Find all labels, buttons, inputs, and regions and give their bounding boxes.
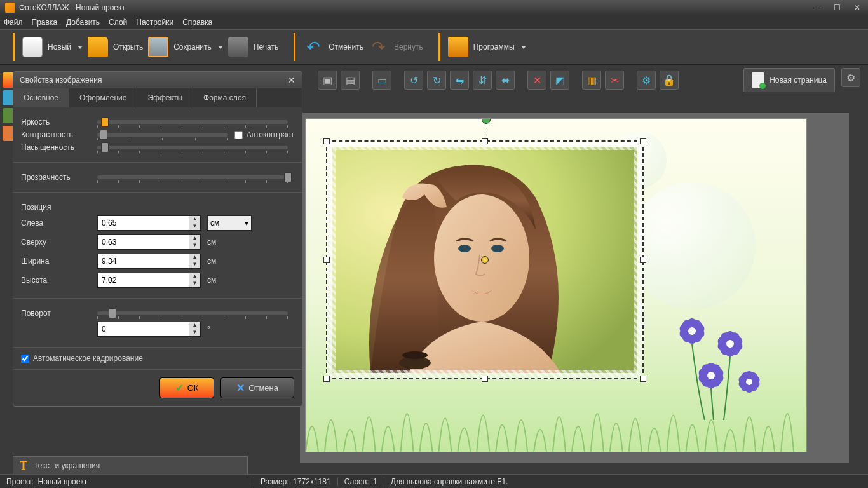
status-layers-value: 1	[373, 477, 377, 486]
top-input[interactable]: ▲▼	[97, 234, 201, 250]
page-settings-icon[interactable]: ⚙	[841, 68, 860, 87]
text-icon: T	[20, 459, 27, 473]
flip-v-icon[interactable]: ⇵	[473, 71, 492, 90]
contrast-label: Контрастность	[21, 130, 97, 139]
dialog-title-text: Свойства изображения	[20, 76, 102, 85]
delete-icon[interactable]: ✕	[527, 71, 546, 90]
contrast-slider[interactable]	[97, 133, 228, 137]
undo-button[interactable]: ↶ Отменить	[303, 37, 363, 57]
resize-handle-nw[interactable]	[323, 138, 330, 144]
check-icon: ✔	[175, 382, 184, 394]
resize-handle-se[interactable]	[640, 376, 646, 382]
rotate-right-icon[interactable]: ↻	[427, 71, 446, 90]
svg-point-11	[726, 340, 734, 348]
minimize-button[interactable]: ─	[811, 3, 822, 12]
tab-design[interactable]: Оформление	[69, 88, 137, 107]
layer-front-icon[interactable]: ▤	[341, 71, 360, 90]
panel-opacity: Прозрачность	[13, 163, 302, 193]
resize-handle-sw[interactable]	[323, 376, 330, 382]
text-and-decorations-button[interactable]: T Текст и украшения	[13, 456, 248, 475]
crop-icon[interactable]: ◩	[550, 71, 569, 90]
saturation-slider[interactable]	[97, 146, 288, 149]
opacity-label: Прозрачность	[21, 173, 97, 182]
tab-main[interactable]: Основное	[13, 88, 69, 107]
app-title: ФотоКОЛЛАЖ - Новый проект	[19, 3, 125, 12]
chevron-down-icon	[218, 46, 223, 49]
close-button[interactable]: ✕	[851, 3, 863, 12]
redo-icon: ↷	[369, 37, 389, 57]
box-icon	[448, 37, 468, 57]
autocrop-checkbox[interactable]: Автоматическое кадрирование	[21, 354, 294, 363]
resize-handle-e[interactable]	[640, 257, 646, 263]
screen-icon[interactable]: ▥	[582, 71, 601, 90]
width-input[interactable]: ▲▼	[97, 254, 201, 269]
brightness-slider[interactable]	[97, 120, 288, 124]
center-handle[interactable]	[481, 256, 489, 264]
canvas-area[interactable]	[300, 113, 849, 463]
close-icon[interactable]: ✕	[288, 75, 295, 85]
tab-effects[interactable]: Эффекты	[137, 88, 193, 107]
rotation-label: Поворот	[21, 309, 97, 318]
status-size-label: Размер:	[261, 477, 289, 486]
unit-select[interactable]: см▾	[207, 215, 252, 231]
svg-point-5	[688, 327, 696, 335]
undo-icon: ↶	[303, 37, 323, 57]
x-icon: ✕	[236, 382, 245, 394]
new-button[interactable]: Новый	[22, 37, 83, 57]
collage-page[interactable]	[305, 118, 807, 452]
programs-button[interactable]: Программы	[448, 37, 526, 57]
resize-handle-n[interactable]	[482, 138, 488, 144]
resize-handle-s[interactable]	[482, 376, 488, 382]
height-input[interactable]: ▲▼	[97, 273, 201, 288]
panel-position: Позиция Слева ▲▼ см▾ Сверху ▲▼ см Ширина…	[13, 193, 302, 299]
ok-button[interactable]: ✔ ОК	[159, 377, 215, 398]
folder-open-icon	[88, 37, 108, 57]
new-page-button[interactable]: Новая страница	[743, 68, 835, 92]
menu-file[interactable]: Файл	[4, 18, 23, 27]
app-icon	[5, 3, 15, 13]
open-button[interactable]: Открыть	[88, 37, 143, 57]
rotate-handle[interactable]	[482, 118, 491, 124]
fit-icon[interactable]: ⬌	[496, 71, 515, 90]
maximize-button[interactable]: ☐	[831, 3, 843, 12]
page-plus-icon	[752, 72, 764, 88]
status-size-value: 1772x1181	[293, 477, 330, 486]
print-button[interactable]: Печать	[228, 37, 278, 57]
opacity-slider[interactable]	[97, 175, 288, 179]
image-properties-dialog: Свойства изображения ✕ Основное Оформлен…	[13, 71, 302, 407]
menu-help[interactable]: Справка	[182, 18, 212, 27]
menu-add[interactable]: Добавить	[66, 18, 100, 27]
menu-edit[interactable]: Правка	[32, 18, 58, 27]
resize-handle-w[interactable]	[323, 257, 330, 263]
dialog-titlebar[interactable]: Свойства изображения ✕	[13, 72, 302, 88]
left-label: Слева	[21, 219, 97, 227]
cut-icon[interactable]: ✂	[605, 71, 624, 90]
flip-h-icon[interactable]: ⇋	[450, 71, 469, 90]
height-label: Высота	[21, 276, 97, 285]
save-button[interactable]: Сохранить	[148, 37, 223, 57]
align-icon[interactable]: ▭	[372, 71, 391, 90]
menu-layer[interactable]: Слой	[109, 18, 127, 27]
dialog-tabs: Основное Оформление Эффекты Форма слоя	[13, 88, 302, 107]
rotate-left-icon[interactable]: ↺	[404, 71, 423, 90]
redo-button[interactable]: ↷ Вернуть	[369, 37, 423, 57]
layer-back-icon[interactable]: ▣	[318, 71, 337, 90]
autocontrast-checkbox[interactable]: Автоконтраст	[234, 130, 294, 139]
status-help-text: Для вызова справки нажмите F1.	[391, 477, 508, 486]
position-header: Позиция	[21, 203, 97, 212]
rotation-slider[interactable]	[97, 311, 288, 315]
titlebar: ФотоКОЛЛАЖ - Новый проект ─ ☐ ✕	[0, 0, 868, 15]
left-input[interactable]: ▲▼	[97, 215, 201, 231]
menu-settings[interactable]: Настройки	[136, 18, 173, 27]
gear-icon[interactable]: ⚙	[637, 71, 656, 90]
new-file-icon	[22, 37, 43, 57]
resize-handle-ne[interactable]	[640, 138, 646, 144]
lock-icon[interactable]: 🔓	[660, 71, 679, 90]
save-icon	[148, 37, 168, 57]
status-layers-label: Слоев:	[344, 477, 369, 486]
tab-shape[interactable]: Форма слоя	[193, 88, 257, 107]
cancel-button[interactable]: ✕ Отмена	[220, 377, 294, 398]
rotation-input[interactable]: ▲▼	[97, 322, 201, 337]
selection-box[interactable]	[326, 140, 644, 379]
panel-adjustments: Яркость Контрастность Автоконтраст Насыщ…	[13, 107, 302, 163]
